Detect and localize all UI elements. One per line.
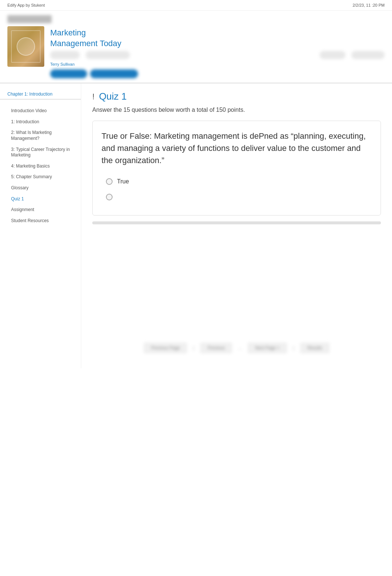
meta-pill-4 [351, 51, 385, 59]
sidebar-section-title: Chapter 1: Introduction [0, 89, 81, 99]
book-meta-row [50, 51, 385, 59]
question-card: True or False: Marketing management is d… [92, 121, 381, 215]
sidebar-item-2-marketing[interactable]: 2: What Is Marketing Management? [0, 127, 81, 144]
radio-true[interactable] [106, 178, 113, 185]
answer-label-true: True [117, 178, 129, 185]
results-button[interactable]: Results [300, 342, 330, 353]
answer-option-true[interactable]: True [102, 175, 372, 188]
quiz-subtitle: Answer the 15 questions below worth a to… [92, 107, 381, 113]
datetime: 2/2/23, 11 :20 PM [353, 3, 385, 7]
sidebar-item-glossary[interactable]: Glossary [0, 183, 81, 194]
previous-label: Previous [207, 345, 225, 351]
sep1: | [193, 345, 194, 351]
meta-pill-1 [50, 51, 80, 59]
sidebar-item-quiz1[interactable]: Quiz 1 [0, 194, 81, 205]
quiz-header: ! Quiz 1 [92, 91, 381, 102]
prev-page-button[interactable]: Previous Page [144, 342, 187, 353]
top-bar: Edify App by Stukent 2/2/23, 11 :20 PM [0, 0, 392, 11]
sidebar-item-student-resources[interactable]: Student Resources [0, 215, 81, 227]
quiz-icon: ! [92, 92, 94, 101]
author-name: Terry Sullivan [50, 62, 385, 66]
book-info: Marketing Management Today Terry Sulliva… [50, 26, 385, 78]
sidebar-item-3-career[interactable]: 3: Typical Career Trajectory in Marketin… [0, 144, 81, 161]
app-logo [7, 15, 385, 23]
sidebar-item-intro-video[interactable]: Introduction Video [0, 106, 81, 117]
nav-footer: Previous Page | Previous ... Next Page >… [92, 335, 381, 361]
next-page-button[interactable]: Next Page > [248, 342, 287, 353]
sidebar-item-assignment[interactable]: Assignment [0, 204, 81, 215]
sep3: | [293, 345, 294, 351]
sep2: ... [238, 345, 242, 351]
sidebar-item-1-intro[interactable]: 1: Introduction [0, 117, 81, 128]
section-divider [0, 99, 81, 100]
next-page-label: Next Page > [255, 345, 279, 351]
app-name: Edify App by Stukent [7, 3, 45, 7]
question-text: True or False: Marketing management is d… [102, 130, 372, 166]
meta-pill-3 [320, 51, 345, 59]
content-area: ! Quiz 1 Answer the 15 questions below w… [81, 83, 392, 368]
spacer [92, 239, 381, 320]
results-label: Results [307, 345, 322, 351]
meta-pill-2 [86, 51, 130, 59]
progress-bar [92, 221, 381, 224]
sidebar: Chapter 1: Introduction Introduction Vid… [0, 83, 81, 368]
quiz-title: Quiz 1 [99, 91, 127, 102]
radio-false[interactable] [106, 194, 113, 200]
sidebar-item-5-summary[interactable]: 5: Chapter Summary [0, 172, 81, 183]
chapter-tab-row [50, 69, 385, 78]
sidebar-item-4-basics[interactable]: 4: Marketing Basics [0, 161, 81, 172]
book-title: Marketing Management Today [50, 28, 385, 49]
book-cover [7, 26, 44, 67]
prev-page-label: Previous Page [151, 345, 180, 351]
previous-button[interactable]: Previous [200, 342, 232, 353]
answer-option-false[interactable] [102, 191, 372, 203]
